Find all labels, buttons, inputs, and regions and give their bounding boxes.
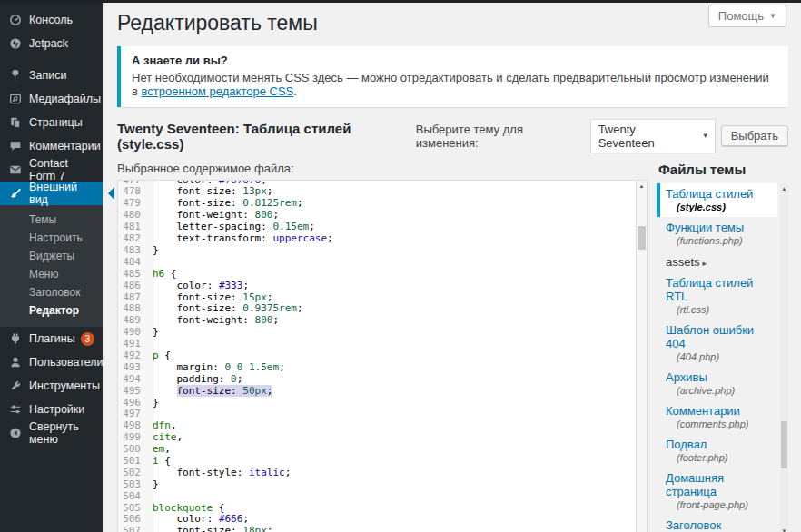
editor-scrollbar-thumb[interactable]: [638, 226, 646, 250]
theme-file[interactable]: Функции темы(functions.php): [657, 217, 777, 251]
submenu-item[interactable]: Редактор: [0, 301, 103, 320]
editor-scrollbar[interactable]: ▲ ▼: [636, 181, 647, 532]
folder-name: assets: [666, 255, 700, 269]
theme-file-filename: (footer.php): [666, 451, 772, 464]
sliders-icon: [7, 402, 23, 417]
editor-header: Twenty Seventeen: Таблица стилей (style.…: [117, 119, 788, 153]
code-line: 503}: [118, 479, 636, 491]
notice-title: А знаете ли вы?: [132, 54, 777, 67]
theme-switcher: Выберите тему для изменения: Twenty Seve…: [416, 119, 788, 153]
sidebar-item-dashboard[interactable]: Консоль: [0, 8, 103, 32]
sidebar-item-tools[interactable]: Инструменты: [0, 374, 103, 398]
sidebar-item-settings[interactable]: Настройки: [0, 398, 103, 421]
sidebar-item-collapse[interactable]: Свернуть меню: [0, 421, 103, 445]
line-number: 493: [118, 362, 147, 374]
theme-select-label: Выберите тему для изменения:: [416, 123, 585, 150]
help-button[interactable]: Помощь ▼: [708, 5, 786, 27]
folder-expand-icon: ▸: [703, 259, 707, 268]
menu-separator: [0, 55, 103, 64]
code-line: 498dfn,: [118, 420, 636, 432]
theme-file-name: Заголовок: [666, 518, 772, 532]
brush-icon: [7, 186, 23, 201]
notice-text: Нет необходимости менять CSS здесь — мож…: [132, 71, 777, 98]
theme-file-name: Домашняя страница: [666, 471, 772, 498]
code-line: 491: [118, 339, 636, 350]
sidebar-item-plugins[interactable]: Плагины3: [0, 327, 103, 350]
theme-file-name: Комментарии: [666, 404, 772, 418]
files-scrollbar[interactable]: ▲ ▼: [780, 183, 788, 532]
theme-file[interactable]: Шаблон ошибки 404(404.php): [657, 320, 777, 367]
sidebar-item-media[interactable]: Медиафайлы: [0, 87, 103, 111]
admin-sidebar: КонсольJetpackЗаписиМедиафайлыСтраницыКо…: [0, 0, 103, 532]
submenu-item[interactable]: Настроить: [0, 229, 103, 247]
sidebar-item-appearance[interactable]: Внешний вид: [0, 182, 103, 205]
line-number: 495: [118, 386, 147, 398]
code-editor[interactable]: 477 color: #767676;478 font-size: 13px;4…: [117, 180, 648, 532]
plug-icon: [7, 331, 23, 346]
scroll-down-icon[interactable]: ▼: [780, 526, 788, 532]
code-area[interactable]: 477 color: #767676;478 font-size: 13px;4…: [118, 181, 636, 532]
code-line: 484: [118, 257, 636, 269]
appearance-submenu: ТемыНастроитьВиджетыМенюЗаголовокРедакто…: [0, 205, 103, 327]
code-line: 502 font-style: italic;: [118, 468, 636, 479]
theme-file[interactable]: Комментарии(comments.php): [657, 400, 777, 434]
submenu-item[interactable]: Меню: [0, 265, 103, 283]
sidebar-item-label: Страницы: [29, 116, 83, 129]
line-number: 486: [118, 281, 147, 292]
submenu-item[interactable]: Заголовок: [0, 283, 103, 301]
theme-file[interactable]: Архивы(archive.php): [657, 367, 777, 400]
code-line: 507 font-size: 18px;: [118, 526, 636, 532]
theme-file[interactable]: Таблица стилей RTL(rtl.css): [657, 272, 777, 320]
comment-bubble-icon: [7, 139, 23, 153]
scroll-up-icon[interactable]: ▲: [780, 183, 788, 194]
theme-file[interactable]: Заголовок(header.php): [657, 515, 777, 532]
selected-code: font-size: 50px;: [177, 385, 273, 397]
theme-file-name: Таблица стилей RTL: [666, 276, 772, 303]
theme-file[interactable]: Домашняя страница(front-page.php): [657, 468, 777, 515]
sidebar-item-label: Jetpack: [29, 37, 68, 50]
theme-file-filename: (archive.php): [666, 384, 772, 397]
sidebar-item-comments[interactable]: Комментарии: [0, 134, 103, 158]
sidebar-item-label: Пользователи: [29, 356, 104, 369]
sidebar-item-label: Консоль: [29, 14, 73, 26]
submenu-item[interactable]: Темы: [0, 211, 103, 229]
theme-file-filename: (404.php): [666, 350, 772, 363]
sidebar-item-label: Внешний вид: [29, 181, 97, 206]
submenu-item[interactable]: Виджеты: [0, 247, 103, 265]
sidebar-item-posts[interactable]: Записи: [0, 64, 103, 87]
theme-select-value: Twenty Seventeen: [598, 123, 693, 150]
code-line: 482 text-transform: uppercase;: [118, 233, 636, 245]
sidebar-item-jetpack[interactable]: Jetpack: [0, 32, 103, 55]
sidebar-item-pages[interactable]: Страницы: [0, 111, 103, 134]
sidebar-item-label: Медиафайлы: [29, 93, 101, 105]
theme-file-filename: (front-page.php): [666, 498, 772, 511]
theme-file[interactable]: Подвал(footer.php): [657, 434, 777, 468]
sidebar-menu: КонсольJetpackЗаписиМедиафайлыСтраницыКо…: [0, 8, 103, 445]
sidebar-item-cf7[interactable]: Contact Form 7: [0, 158, 103, 182]
pin-icon: [7, 68, 23, 83]
theme-select[interactable]: Twenty Seventeen ▼: [590, 119, 716, 153]
scroll-up-icon[interactable]: ▲: [637, 181, 647, 192]
theme-file[interactable]: Таблица стилей(style.css): [657, 183, 777, 217]
code-line: 497: [118, 409, 636, 420]
sidebar-item-label: Инструменты: [29, 379, 100, 392]
choose-theme-button[interactable]: Выбрать: [721, 125, 788, 146]
line-number: 494: [118, 374, 147, 386]
theme-files-list: Таблица стилей(style.css)Функции темы(fu…: [657, 183, 777, 532]
files-scrollbar-thumb[interactable]: [781, 421, 787, 468]
code-line: 499cite,: [118, 432, 636, 444]
css-editor-link[interactable]: встроенном редакторе CSS: [142, 84, 294, 98]
theme-folder-assets[interactable]: assets▸: [657, 251, 777, 272]
code-line: 483}: [118, 245, 636, 257]
sidebar-item-label: Настройки: [29, 403, 84, 416]
user-icon: [7, 355, 23, 369]
theme-file-filename: (functions.php): [666, 234, 772, 247]
code-line: 489 font-weight: 800;: [118, 315, 636, 327]
theme-file-name: Шаблон ошибки 404: [666, 323, 772, 350]
line-number: 484: [118, 257, 147, 269]
line-number: 504: [118, 491, 147, 503]
sidebar-item-users[interactable]: Пользователи: [0, 350, 103, 374]
page-title: Редактировать темы: [117, 11, 788, 36]
theme-file-filename: (comments.php): [666, 418, 772, 430]
edited-file-title: Twenty Seventeen: Таблица стилей (style.…: [117, 121, 416, 152]
